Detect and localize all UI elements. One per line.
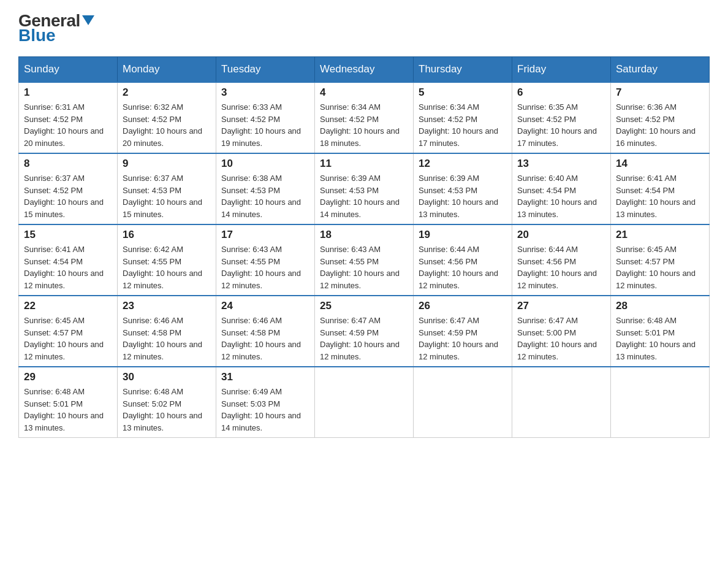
calendar-week-3: 15 Sunrise: 6:41 AMSunset: 4:54 PMDaylig… (19, 224, 710, 296)
calendar-cell: 14 Sunrise: 6:41 AMSunset: 4:54 PMDaylig… (611, 153, 710, 224)
day-info: Sunrise: 6:41 AMSunset: 4:54 PMDaylight:… (616, 172, 704, 220)
calendar-cell (611, 367, 710, 438)
calendar-cell: 27 Sunrise: 6:47 AMSunset: 5:00 PMDaylig… (512, 296, 611, 367)
calendar-cell: 19 Sunrise: 6:44 AMSunset: 4:56 PMDaylig… (414, 224, 512, 296)
calendar-cell: 29 Sunrise: 6:48 AMSunset: 5:01 PMDaylig… (19, 367, 118, 438)
calendar-cell (414, 367, 512, 438)
calendar-cell: 21 Sunrise: 6:45 AMSunset: 4:57 PMDaylig… (611, 224, 710, 296)
weekday-header-thursday: Thursday (414, 57, 512, 83)
weekday-header-saturday: Saturday (611, 57, 710, 83)
day-info: Sunrise: 6:33 AMSunset: 4:52 PMDaylight:… (221, 101, 309, 149)
calendar-cell: 4 Sunrise: 6:34 AMSunset: 4:52 PMDayligh… (315, 82, 414, 153)
day-number: 29 (24, 371, 112, 383)
day-number: 20 (517, 229, 605, 241)
day-number: 4 (320, 86, 408, 99)
day-info: Sunrise: 6:47 AMSunset: 4:59 PMDaylight:… (320, 315, 408, 362)
day-number: 28 (616, 300, 704, 312)
day-info: Sunrise: 6:31 AMSunset: 4:52 PMDaylight:… (24, 101, 112, 149)
logo: General Blue (18, 12, 94, 44)
calendar-table: SundayMondayTuesdayWednesdayThursdayFrid… (18, 56, 710, 438)
day-info: Sunrise: 6:47 AMSunset: 4:59 PMDaylight:… (419, 315, 507, 362)
weekday-header-sunday: Sunday (19, 57, 118, 83)
day-info: Sunrise: 6:48 AMSunset: 5:02 PMDaylight:… (123, 386, 211, 434)
calendar-week-2: 8 Sunrise: 6:37 AMSunset: 4:52 PMDayligh… (19, 153, 710, 224)
day-info: Sunrise: 6:37 AMSunset: 4:52 PMDaylight:… (24, 172, 112, 220)
day-info: Sunrise: 6:45 AMSunset: 4:57 PMDaylight:… (24, 315, 112, 362)
calendar-cell: 2 Sunrise: 6:32 AMSunset: 4:52 PMDayligh… (118, 82, 216, 153)
day-info: Sunrise: 6:49 AMSunset: 5:03 PMDaylight:… (221, 386, 309, 434)
calendar-cell: 11 Sunrise: 6:39 AMSunset: 4:53 PMDaylig… (315, 153, 414, 224)
day-number: 13 (517, 158, 605, 170)
day-number: 25 (320, 300, 408, 312)
day-info: Sunrise: 6:45 AMSunset: 4:57 PMDaylight:… (616, 243, 704, 291)
day-number: 18 (320, 229, 408, 241)
calendar-week-5: 29 Sunrise: 6:48 AMSunset: 5:01 PMDaylig… (19, 367, 710, 438)
weekday-header-wednesday: Wednesday (315, 57, 414, 83)
calendar-cell: 15 Sunrise: 6:41 AMSunset: 4:54 PMDaylig… (19, 224, 118, 296)
calendar-cell: 23 Sunrise: 6:46 AMSunset: 4:58 PMDaylig… (118, 296, 216, 367)
day-number: 2 (123, 86, 211, 99)
day-number: 23 (123, 300, 211, 312)
day-info: Sunrise: 6:32 AMSunset: 4:52 PMDaylight:… (123, 101, 211, 149)
day-number: 24 (221, 300, 309, 312)
day-number: 12 (419, 158, 507, 170)
day-info: Sunrise: 6:46 AMSunset: 4:58 PMDaylight:… (123, 315, 211, 362)
calendar-cell: 22 Sunrise: 6:45 AMSunset: 4:57 PMDaylig… (19, 296, 118, 367)
calendar-cell: 26 Sunrise: 6:47 AMSunset: 4:59 PMDaylig… (414, 296, 512, 367)
day-number: 10 (221, 158, 309, 170)
day-number: 16 (123, 229, 211, 241)
calendar-cell (315, 367, 414, 438)
day-info: Sunrise: 6:48 AMSunset: 5:01 PMDaylight:… (24, 386, 112, 434)
day-info: Sunrise: 6:46 AMSunset: 4:58 PMDaylight:… (221, 315, 309, 362)
day-info: Sunrise: 6:37 AMSunset: 4:53 PMDaylight:… (123, 172, 211, 220)
day-number: 17 (221, 229, 309, 241)
calendar-cell: 25 Sunrise: 6:47 AMSunset: 4:59 PMDaylig… (315, 296, 414, 367)
day-info: Sunrise: 6:44 AMSunset: 4:56 PMDaylight:… (517, 243, 605, 291)
day-number: 8 (24, 158, 112, 170)
calendar-cell (512, 367, 611, 438)
logo-arrow-icon (82, 15, 94, 25)
calendar-cell: 16 Sunrise: 6:42 AMSunset: 4:55 PMDaylig… (118, 224, 216, 296)
weekday-header-friday: Friday (512, 57, 611, 83)
calendar-cell: 6 Sunrise: 6:35 AMSunset: 4:52 PMDayligh… (512, 82, 611, 153)
day-number: 31 (221, 371, 309, 383)
day-info: Sunrise: 6:40 AMSunset: 4:54 PMDaylight:… (517, 172, 605, 220)
day-info: Sunrise: 6:34 AMSunset: 4:52 PMDaylight:… (419, 101, 507, 149)
logo-blue: Blue (18, 27, 94, 44)
day-number: 3 (221, 86, 309, 99)
day-info: Sunrise: 6:47 AMSunset: 5:00 PMDaylight:… (517, 315, 605, 362)
weekday-header-tuesday: Tuesday (216, 57, 315, 83)
day-number: 14 (616, 158, 704, 170)
day-number: 11 (320, 158, 408, 170)
calendar-cell: 9 Sunrise: 6:37 AMSunset: 4:53 PMDayligh… (118, 153, 216, 224)
calendar-cell: 24 Sunrise: 6:46 AMSunset: 4:58 PMDaylig… (216, 296, 315, 367)
day-number: 30 (123, 371, 211, 383)
calendar-cell: 8 Sunrise: 6:37 AMSunset: 4:52 PMDayligh… (19, 153, 118, 224)
day-number: 1 (24, 86, 112, 99)
day-info: Sunrise: 6:42 AMSunset: 4:55 PMDaylight:… (123, 243, 211, 291)
calendar-cell: 3 Sunrise: 6:33 AMSunset: 4:52 PMDayligh… (216, 82, 315, 153)
day-number: 21 (616, 229, 704, 241)
calendar-cell: 30 Sunrise: 6:48 AMSunset: 5:02 PMDaylig… (118, 367, 216, 438)
day-number: 6 (517, 86, 605, 99)
day-number: 15 (24, 229, 112, 241)
calendar-cell: 28 Sunrise: 6:48 AMSunset: 5:01 PMDaylig… (611, 296, 710, 367)
weekday-header-row: SundayMondayTuesdayWednesdayThursdayFrid… (19, 57, 710, 83)
day-info: Sunrise: 6:48 AMSunset: 5:01 PMDaylight:… (616, 315, 704, 362)
day-info: Sunrise: 6:38 AMSunset: 4:53 PMDaylight:… (221, 172, 309, 220)
calendar-cell: 5 Sunrise: 6:34 AMSunset: 4:52 PMDayligh… (414, 82, 512, 153)
calendar-week-1: 1 Sunrise: 6:31 AMSunset: 4:52 PMDayligh… (19, 82, 710, 153)
day-info: Sunrise: 6:39 AMSunset: 4:53 PMDaylight:… (320, 172, 408, 220)
day-info: Sunrise: 6:41 AMSunset: 4:54 PMDaylight:… (24, 243, 112, 291)
calendar-week-4: 22 Sunrise: 6:45 AMSunset: 4:57 PMDaylig… (19, 296, 710, 367)
page-header: General Blue (18, 12, 710, 44)
calendar-cell: 10 Sunrise: 6:38 AMSunset: 4:53 PMDaylig… (216, 153, 315, 224)
calendar-cell: 1 Sunrise: 6:31 AMSunset: 4:52 PMDayligh… (19, 82, 118, 153)
calendar-cell: 17 Sunrise: 6:43 AMSunset: 4:55 PMDaylig… (216, 224, 315, 296)
calendar-cell: 18 Sunrise: 6:43 AMSunset: 4:55 PMDaylig… (315, 224, 414, 296)
calendar-cell: 13 Sunrise: 6:40 AMSunset: 4:54 PMDaylig… (512, 153, 611, 224)
calendar-cell: 12 Sunrise: 6:39 AMSunset: 4:53 PMDaylig… (414, 153, 512, 224)
day-info: Sunrise: 6:43 AMSunset: 4:55 PMDaylight:… (320, 243, 408, 291)
day-info: Sunrise: 6:39 AMSunset: 4:53 PMDaylight:… (419, 172, 507, 220)
day-number: 26 (419, 300, 507, 312)
